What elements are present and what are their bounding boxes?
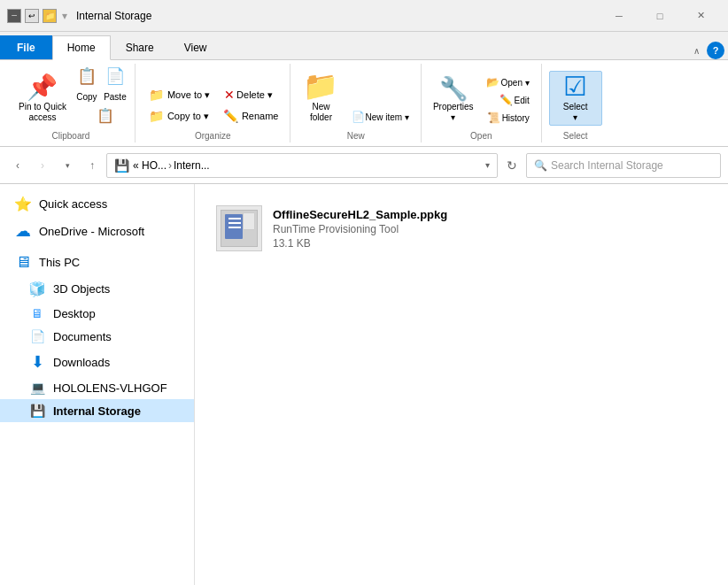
open-small-btns: 📂 Open ▾ ✏️ Edit 📜 History xyxy=(482,74,534,126)
rename-button[interactable]: ✏️ Rename xyxy=(219,106,283,126)
select-label: Select xyxy=(549,129,602,142)
search-box[interactable]: 🔍 Search Internal Storage xyxy=(526,153,721,178)
ribbon-group-select: ☑ Select▾ Select xyxy=(542,64,609,142)
sidebar-item-hololens[interactable]: 💻 HOLOLENS-VLHGOF xyxy=(0,376,194,399)
refresh-button[interactable]: ↻ xyxy=(501,155,523,176)
minimize-button[interactable]: ─ xyxy=(599,0,639,32)
window-controls: ─ □ ✕ xyxy=(599,0,721,32)
internal-storage-icon: 💾 xyxy=(28,404,46,418)
downloads-label: Downloads xyxy=(53,356,110,369)
new-item-label: New item ▾ xyxy=(365,112,408,122)
quick-access-label: Quick access xyxy=(39,197,107,211)
window-title: Internal Storage xyxy=(69,10,599,22)
undo-icon[interactable]: ↩ xyxy=(25,9,39,23)
documents-icon: 📄 xyxy=(28,329,46,343)
path-sep: › xyxy=(168,159,172,172)
sidebar-item-this-pc[interactable]: 🖥 This PC xyxy=(0,249,194,276)
drive-icon: 💾 xyxy=(114,158,129,173)
select-buttons: ☑ Select▾ xyxy=(549,64,602,129)
sidebar-item-onedrive[interactable]: ☁ OneDrive - Microsoft xyxy=(0,217,194,245)
desktop-label: Desktop xyxy=(53,307,96,320)
edit-label: Edit xyxy=(515,96,530,105)
clipboard-label: Clipboard xyxy=(14,129,128,142)
copy-to-button[interactable]: 📁 Copy to ▾ xyxy=(143,106,215,126)
address-box[interactable]: 💾 « HO... › Intern... ▾ xyxy=(106,153,498,178)
ribbon-group-new: 📁 Newfolder 📄 New item ▾ New xyxy=(290,64,421,142)
delete-button[interactable]: ✕ Delete ▾ xyxy=(220,85,277,104)
paste-label: Paste xyxy=(103,92,128,102)
path-part-1: « HO... xyxy=(133,159,167,172)
file-name: OfflineSecureHL2_Sample.ppkg xyxy=(273,208,447,221)
pin-label: Pin to Quickaccess xyxy=(19,102,66,123)
organize-small-btns: 📁 Move to ▾ ✕ Delete ▾ 📁 Copy to ▾ ✏️ xyxy=(143,85,283,126)
open-item-icon: 📂 xyxy=(486,76,500,89)
address-dropdown-icon[interactable]: ▾ xyxy=(485,160,490,170)
back-button[interactable]: ‹ xyxy=(7,155,28,176)
ribbon-group-clipboard: 📌 Pin to Quickaccess 📋 📄 Copy Paste xyxy=(7,64,136,142)
clipboard-icon: 📋 xyxy=(97,107,114,124)
move-to-label: Move to ▾ xyxy=(167,89,210,101)
sidebar-item-downloads[interactable]: ⬇ Downloads xyxy=(0,348,194,376)
edit-button[interactable]: ✏️ Edit xyxy=(482,92,534,108)
downloads-icon: ⬇ xyxy=(28,352,46,372)
tab-home[interactable]: Home xyxy=(52,35,111,60)
up-button[interactable]: ↑ xyxy=(81,155,103,176)
open-item-label: Open ▾ xyxy=(501,78,530,88)
onedrive-icon: ☁ xyxy=(14,221,32,241)
new-item-button[interactable]: 📄 New item ▾ xyxy=(347,108,413,126)
ppkg-file-icon xyxy=(221,210,258,247)
recent-locations-button[interactable]: ▾ xyxy=(57,155,78,176)
ribbon-tabs: File Home Share View ∧ ? xyxy=(0,32,728,60)
clipboard-buttons: 📌 Pin to Quickaccess 📋 📄 Copy Paste xyxy=(14,64,128,129)
select-icon: ☑ xyxy=(563,73,587,100)
folder-icon[interactable]: 📁 xyxy=(43,9,57,23)
main-area: ⭐ Quick access ☁ OneDrive - Microsoft 🖥 … xyxy=(0,184,728,585)
select-label: Select▾ xyxy=(563,102,588,123)
history-label: History xyxy=(502,113,530,123)
delete-label: Delete ▾ xyxy=(236,89,273,101)
file-item[interactable]: OfflineSecureHL2_Sample.ppkg RunTime Pro… xyxy=(209,198,714,258)
sidebar-item-internal-storage[interactable]: 💾 Internal Storage xyxy=(0,399,194,422)
desktop-icon: 🖥 xyxy=(28,306,46,320)
copy-button[interactable]: 📋 xyxy=(74,64,99,89)
maximize-button[interactable]: □ xyxy=(639,0,680,32)
icon-lines xyxy=(228,218,241,228)
search-icon: 🔍 xyxy=(534,159,547,172)
sidebar-item-desktop[interactable]: 🖥 Desktop xyxy=(0,302,194,325)
close-button[interactable]: ✕ xyxy=(680,0,721,32)
history-button[interactable]: 📜 History xyxy=(482,110,534,126)
paste-button[interactable]: 📄 xyxy=(103,64,128,89)
history-icon: 📜 xyxy=(487,112,500,124)
new-item-icon: 📄 xyxy=(352,111,365,123)
forward-button[interactable]: › xyxy=(32,155,53,176)
sidebar-item-3d-objects[interactable]: 🧊 3D Objects xyxy=(0,276,194,302)
move-to-button[interactable]: 📁 Move to ▾ xyxy=(143,85,216,104)
new-folder-button[interactable]: 📁 Newfolder xyxy=(298,69,344,126)
organize-row2: 📁 Copy to ▾ ✏️ Rename xyxy=(143,106,283,126)
organize-label: Organize xyxy=(143,129,283,142)
sidebar-item-documents[interactable]: 📄 Documents xyxy=(0,325,194,348)
sidebar-item-quick-access[interactable]: ⭐ Quick access xyxy=(0,191,194,217)
new-buttons: 📁 Newfolder 📄 New item ▾ xyxy=(298,64,413,129)
new-item-area: 📄 New item ▾ xyxy=(347,108,413,126)
pin-button[interactable]: 📌 Pin to Quickaccess xyxy=(14,73,71,126)
tab-view[interactable]: View xyxy=(169,35,222,59)
help-button[interactable]: ? xyxy=(707,42,724,59)
properties-button[interactable]: 🔧 Properties▾ xyxy=(429,74,478,126)
tab-share[interactable]: Share xyxy=(111,35,169,59)
copy-icon: 📋 xyxy=(77,66,97,86)
file-size: 13.1 KB xyxy=(273,237,447,250)
properties-label: Properties▾ xyxy=(433,102,474,123)
tab-file[interactable]: File xyxy=(0,35,52,59)
quick-access-icon: ⭐ xyxy=(14,196,32,212)
clipboard-extra-button[interactable]: 📋 xyxy=(83,105,119,126)
edit-icon: ✏️ xyxy=(500,94,513,106)
sidebar: ⭐ Quick access ☁ OneDrive - Microsoft 🖥 … xyxy=(0,184,195,585)
pin-icon: 📌 xyxy=(27,75,58,100)
organize-row1: 📁 Move to ▾ ✕ Delete ▾ xyxy=(143,85,283,104)
system-menu-icon[interactable]: ─ xyxy=(7,9,21,23)
ribbon-collapse-button[interactable]: ∧ xyxy=(687,42,705,59)
open-item-button[interactable]: 📂 Open ▾ xyxy=(482,74,534,90)
delete-icon: ✕ xyxy=(224,88,235,102)
select-button[interactable]: ☑ Select▾ xyxy=(549,71,602,126)
